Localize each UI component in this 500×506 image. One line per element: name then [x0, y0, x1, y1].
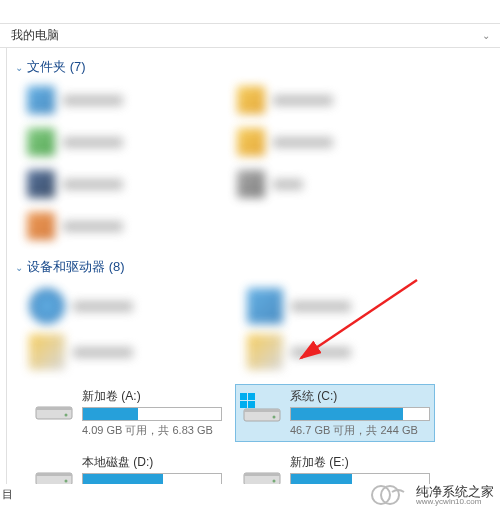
ribbon-tabs	[0, 0, 500, 24]
drive-grid: 新加卷 (A:) 4.09 GB 可用，共 6.83 GB	[17, 380, 490, 484]
chevron-down-icon: ⌄	[15, 262, 23, 273]
drive-icon	[32, 388, 76, 428]
svg-rect-7	[240, 393, 247, 400]
drive-usage-fill	[291, 408, 403, 420]
drive-name: 新加卷 (E:)	[290, 454, 430, 471]
drive-item-d[interactable]: 本地磁盘 (D:) 42.4 GB 可用，共 99.9 GB	[27, 450, 227, 484]
breadcrumb: 我的电脑 ⌄	[0, 24, 500, 48]
drive-icon	[32, 454, 76, 484]
chevron-down-icon[interactable]: ⌄	[478, 30, 494, 41]
drive-item-c[interactable]: 系统 (C:) 46.7 GB 可用，共 244 GB	[235, 384, 435, 442]
watermark-logo-icon	[370, 484, 410, 506]
svg-rect-5	[244, 409, 280, 412]
svg-point-6	[273, 416, 276, 419]
watermark: 纯净系统之家 www.ycwin10.com	[364, 484, 500, 506]
section-folders-title: 文件夹 (7)	[27, 58, 86, 76]
drive-free-text: 4.09 GB 可用，共 6.83 GB	[82, 423, 222, 438]
windows-logo-icon	[240, 393, 255, 408]
section-folders-header[interactable]: ⌄ 文件夹 (7)	[7, 52, 500, 82]
svg-rect-2	[36, 407, 72, 410]
drive-usage-fill	[83, 474, 163, 484]
watermark-text: 纯净系统之家 www.ycwin10.com	[416, 485, 494, 506]
drive-usage-fill	[83, 408, 138, 420]
drive-usage-bar	[82, 473, 222, 484]
svg-rect-9	[240, 401, 247, 408]
svg-point-3	[65, 414, 68, 417]
drive-name: 系统 (C:)	[290, 388, 430, 405]
drive-name: 新加卷 (A:)	[82, 388, 222, 405]
section-devices-title: 设备和驱动器 (8)	[27, 258, 125, 276]
chevron-down-icon: ⌄	[15, 62, 23, 73]
section-devices-header[interactable]: ⌄ 设备和驱动器 (8)	[7, 252, 500, 282]
svg-rect-8	[248, 393, 255, 400]
drive-icon	[240, 388, 284, 428]
drive-item-a[interactable]: 新加卷 (A:) 4.09 GB 可用，共 6.83 GB	[27, 384, 227, 442]
svg-rect-15	[244, 473, 280, 476]
svg-point-13	[65, 480, 68, 483]
main-content: ⌄ 文件夹 (7) ⌄ 设备和驱动器 (8)	[6, 48, 500, 484]
drive-usage-bar	[82, 407, 222, 421]
svg-rect-10	[248, 401, 255, 408]
svg-rect-12	[36, 473, 72, 476]
drive-usage-fill	[291, 474, 352, 484]
breadcrumb-path[interactable]: 我的电脑	[6, 24, 478, 47]
drive-usage-bar	[290, 473, 430, 484]
bottom-marker: 目	[2, 487, 13, 502]
folders-grid	[7, 82, 500, 252]
svg-point-16	[273, 480, 276, 483]
drive-name: 本地磁盘 (D:)	[82, 454, 222, 471]
drive-icon	[240, 454, 284, 484]
drive-free-text: 46.7 GB 可用，共 244 GB	[290, 423, 430, 438]
drive-item-e[interactable]: 新加卷 (E:) 58.1 GB 可用，共	[235, 450, 435, 484]
devices-grid: 新加卷 (A:) 4.09 GB 可用，共 6.83 GB	[7, 282, 500, 484]
drive-usage-bar	[290, 407, 430, 421]
